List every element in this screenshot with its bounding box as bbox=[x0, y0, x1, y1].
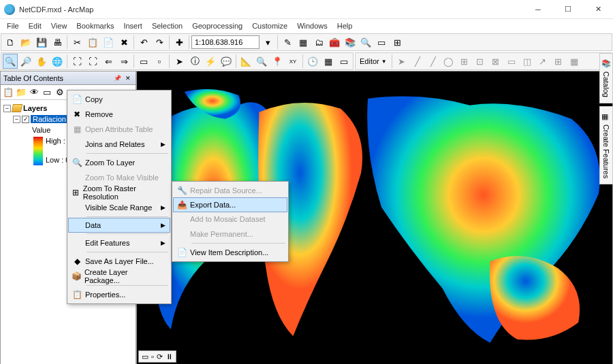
find-route[interactable]: 📍 bbox=[270, 54, 285, 69]
undo-button[interactable]: ↶ bbox=[136, 35, 151, 50]
save-button[interactable]: 💾 bbox=[34, 35, 49, 50]
copy-button[interactable]: 📋 bbox=[85, 35, 100, 50]
menu-view[interactable]: View bbox=[47, 20, 72, 31]
menu-windows[interactable]: Windows bbox=[293, 20, 332, 31]
measure-tool[interactable]: 📐 bbox=[238, 54, 253, 69]
paste-button[interactable]: 📄 bbox=[101, 35, 116, 50]
layer-checkbox[interactable]: ✓ bbox=[22, 116, 29, 123]
identify-tool[interactable]: ⓘ bbox=[187, 54, 202, 69]
open-button[interactable]: 📂 bbox=[18, 35, 33, 50]
scale-dropdown[interactable]: ▾ bbox=[260, 35, 275, 50]
pointer-tool[interactable]: ➤ bbox=[172, 54, 187, 69]
full-extent-button[interactable]: 🌐 bbox=[50, 54, 65, 69]
menu-customize[interactable]: Customize bbox=[248, 20, 292, 31]
prev-extent[interactable]: ⇐ bbox=[101, 54, 116, 69]
menu-item[interactable]: 📄View Item Description... bbox=[174, 245, 287, 260]
tool-c[interactable]: 🧰 bbox=[327, 35, 342, 50]
menu-item[interactable]: ✖Remove bbox=[69, 107, 170, 122]
menu-item-label: Open Attribute Table bbox=[85, 125, 153, 133]
menu-edit[interactable]: Edit bbox=[25, 20, 46, 31]
edit-a[interactable]: ╱ bbox=[410, 54, 425, 69]
list-by-drawing-order[interactable]: 📋 bbox=[2, 86, 14, 99]
layout-view-button[interactable]: ▫ bbox=[151, 352, 154, 361]
clear-selection[interactable]: ▫ bbox=[152, 54, 167, 69]
find-tool[interactable]: 🔍 bbox=[254, 54, 269, 69]
tool-a[interactable]: ▦ bbox=[296, 35, 311, 50]
tool-x[interactable]: ▭ bbox=[336, 54, 351, 69]
list-by-visibility[interactable]: 👁 bbox=[28, 86, 40, 99]
menu-item[interactable]: 📋Properties... bbox=[69, 287, 170, 302]
edit-k[interactable]: ▦ bbox=[567, 54, 582, 69]
hyperlink-tool[interactable]: ⚡ bbox=[203, 54, 218, 69]
modelbuilder-button[interactable]: ⊞ bbox=[390, 35, 405, 50]
menu-item[interactable]: ⊞Zoom To Raster Resolution bbox=[69, 185, 170, 200]
toc-close-button[interactable]: ✕ bbox=[123, 73, 133, 83]
edit-g[interactable]: ▭ bbox=[504, 54, 519, 69]
pause-button[interactable]: ⏸ bbox=[166, 352, 173, 361]
menu-insert[interactable]: Insert bbox=[119, 20, 146, 31]
html-popup[interactable]: 💬 bbox=[219, 54, 234, 69]
time-slider[interactable]: 🕒 bbox=[305, 54, 320, 69]
add-data-button[interactable]: ✚ bbox=[172, 35, 187, 50]
edit-b[interactable]: ╱ bbox=[426, 54, 441, 69]
select-tool[interactable]: ▭ bbox=[136, 54, 151, 69]
menu-item[interactable]: 📦Create Layer Package... bbox=[69, 269, 170, 284]
goto-xy[interactable]: XY bbox=[285, 54, 300, 69]
collapse-icon[interactable]: − bbox=[13, 116, 20, 123]
zoom-in-tool[interactable]: 🔍 bbox=[3, 54, 18, 69]
create-viewer[interactable]: ▦ bbox=[321, 54, 336, 69]
toc-pin-button[interactable]: 📌 bbox=[112, 73, 122, 83]
menu-item[interactable]: Visible Scale Range▶ bbox=[69, 200, 170, 215]
pan-tool[interactable]: ✋ bbox=[34, 54, 49, 69]
menu-item[interactable]: Joins and Relates▶ bbox=[69, 137, 170, 152]
menu-geoprocessing[interactable]: Geoprocessing bbox=[188, 20, 247, 31]
search-button[interactable]: 🔍 bbox=[358, 35, 373, 50]
python-button[interactable]: ▭ bbox=[374, 35, 389, 50]
zoom-out-tool[interactable]: 🔎 bbox=[18, 54, 33, 69]
edit-d[interactable]: ⊞ bbox=[457, 54, 472, 69]
next-extent[interactable]: ⇒ bbox=[116, 54, 131, 69]
menu-bookmarks[interactable]: Bookmarks bbox=[72, 20, 118, 31]
menu-selection[interactable]: Selection bbox=[148, 20, 187, 31]
edit-e[interactable]: ⊡ bbox=[473, 54, 488, 69]
menu-item[interactable]: Data▶ bbox=[68, 218, 170, 233]
edit-tool[interactable]: ➤ bbox=[394, 54, 409, 69]
edit-i[interactable]: ↗ bbox=[535, 54, 550, 69]
editor-menu[interactable]: Editor▼ bbox=[357, 57, 390, 65]
list-by-selection[interactable]: ▭ bbox=[41, 86, 53, 99]
edit-c[interactable]: ◯ bbox=[441, 54, 456, 69]
edit-j[interactable]: ⊞ bbox=[551, 54, 566, 69]
list-by-source[interactable]: 📁 bbox=[15, 86, 27, 99]
fixed-zoom-in[interactable]: ⛶ bbox=[69, 54, 84, 69]
create-features-tab[interactable]: ▦Create Features bbox=[599, 106, 613, 184]
menu-item[interactable]: 📤Export Data... bbox=[173, 197, 287, 212]
cut-button[interactable]: ✂ bbox=[69, 35, 84, 50]
minimize-button[interactable]: ─ bbox=[523, 0, 553, 19]
new-button[interactable]: 🗋 bbox=[3, 35, 18, 50]
redo-button[interactable]: ↷ bbox=[152, 35, 167, 50]
menu-item-label: Repair Data Source... bbox=[190, 186, 262, 195]
print-button[interactable]: 🖶 bbox=[50, 35, 65, 50]
menu-item[interactable]: ◆Save As Layer File... bbox=[69, 254, 170, 269]
menu-item[interactable]: Edit Features▶ bbox=[69, 235, 170, 250]
edit-h[interactable]: ◫ bbox=[520, 54, 535, 69]
menu-file[interactable]: File bbox=[3, 20, 23, 31]
fixed-zoom-out[interactable]: ⛶ bbox=[85, 54, 100, 69]
delete-button[interactable]: ✖ bbox=[116, 35, 131, 50]
scale-input[interactable]: 1:108.638.916 bbox=[191, 35, 260, 49]
data-view-button[interactable]: ▭ bbox=[142, 352, 148, 361]
data-submenu: 🔧Repair Data Source...📤Export Data...Add… bbox=[172, 181, 289, 262]
tool-b[interactable]: 🗂 bbox=[311, 35, 326, 50]
catalog-button[interactable]: 📚 bbox=[343, 35, 358, 50]
menu-help[interactable]: Help bbox=[333, 20, 357, 31]
catalog-tab[interactable]: 📚Catalog bbox=[599, 53, 613, 103]
menu-item[interactable]: 📄Copy bbox=[69, 92, 170, 107]
maximize-button[interactable]: ☐ bbox=[553, 0, 583, 19]
edit-f[interactable]: ⊠ bbox=[488, 54, 503, 69]
close-button[interactable]: ✕ bbox=[583, 0, 613, 19]
toc-options[interactable]: ⚙ bbox=[54, 86, 66, 99]
collapse-icon[interactable]: − bbox=[3, 105, 11, 112]
refresh-button[interactable]: ⟳ bbox=[157, 352, 163, 361]
menu-item[interactable]: 🔍Zoom To Layer bbox=[69, 155, 170, 170]
editor-toolbar-icon[interactable]: ✎ bbox=[280, 35, 295, 50]
